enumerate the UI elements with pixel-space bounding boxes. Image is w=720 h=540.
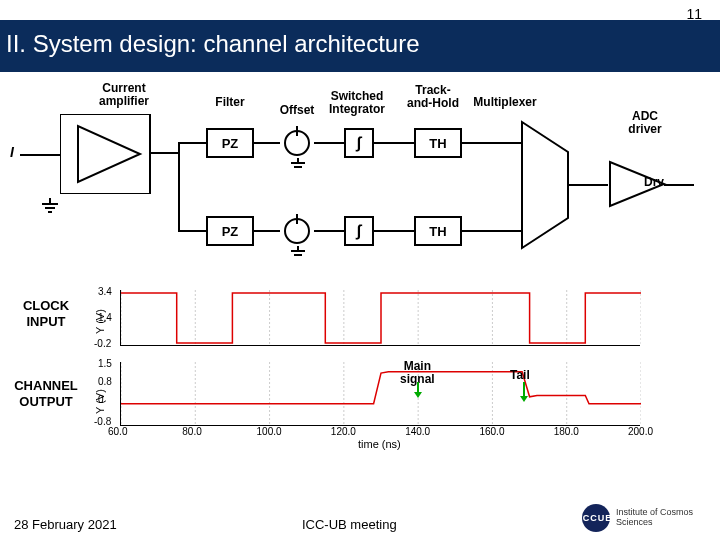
output-plot-frame	[120, 362, 640, 426]
integrator-block-bottom: ∫	[344, 216, 374, 246]
footer-date: 28 February 2021	[14, 517, 117, 532]
page-title: II. System design: channel architecture	[0, 20, 720, 72]
xtick: 100.0	[257, 426, 282, 437]
xtick: 60.0	[108, 426, 127, 437]
pz-block-top: PZ	[206, 128, 254, 158]
ytick: 0	[98, 394, 104, 405]
svg-marker-37	[520, 396, 528, 402]
xtick: 120.0	[331, 426, 356, 437]
ground-icon	[40, 198, 60, 214]
multiplexer-symbol	[520, 120, 570, 250]
ytick: 0.8	[98, 376, 112, 387]
xtick: 180.0	[554, 426, 579, 437]
input-current-label: I	[10, 145, 14, 160]
svg-marker-35	[414, 392, 422, 398]
arrow-down-icon	[518, 382, 530, 402]
label-adc-driver: ADC driver	[620, 110, 670, 136]
ytick: -0.2	[94, 338, 111, 349]
xtick: 80.0	[182, 426, 201, 437]
label-current-amplifier: Current amplifier	[84, 82, 164, 108]
clock-input-label: CLOCK INPUT	[6, 298, 86, 329]
xtick: 140.0	[405, 426, 430, 437]
label-offset: Offset	[272, 104, 322, 117]
xtick: 160.0	[479, 426, 504, 437]
clock-plot-frame	[120, 290, 640, 346]
arrow-down-icon	[412, 382, 424, 398]
ground-icon	[288, 158, 308, 172]
channel-diagram: Current amplifier Filter Offset Switched…	[10, 80, 710, 280]
xtick: 200.0	[628, 426, 653, 437]
pz-block-bottom: PZ	[206, 216, 254, 246]
footer-logo: ICCUB Institute of Cosmos Sciences	[582, 504, 706, 532]
label-filter: Filter	[205, 96, 255, 109]
logo-icon: ICCUB	[582, 504, 610, 532]
th-block-bottom: TH	[414, 216, 462, 246]
amplifier-symbol	[60, 114, 180, 194]
th-block-top: TH	[414, 128, 462, 158]
ytick: 1.4	[98, 312, 112, 323]
x-axis-label: time (ns)	[358, 438, 401, 450]
footer-meeting: ICC-UB meeting	[302, 517, 397, 532]
driver-label: Drv	[644, 176, 664, 189]
label-track-and-hold: Track- and-Hold	[398, 84, 468, 110]
svg-marker-6	[522, 122, 568, 248]
ground-icon	[288, 246, 308, 260]
footer: 28 February 2021 ICC-UB meeting ICCUB In…	[0, 504, 720, 532]
offset-summing-bottom	[280, 214, 314, 248]
slide-number: 11	[686, 6, 702, 22]
channel-output-label: CHANNEL OUTPUT	[6, 378, 86, 409]
ytick: 1.5	[98, 358, 112, 369]
waveform-plots: CLOCK INPUT CHANNEL OUTPUT Y (V) 3.4 1.4…	[90, 286, 710, 456]
label-switched-integrator: Switched Integrator	[322, 90, 392, 116]
tail-annotation: Tail	[510, 368, 530, 382]
logo-subtitle: Institute of Cosmos Sciences	[616, 508, 706, 528]
integrator-block-top: ∫	[344, 128, 374, 158]
offset-summing-top	[280, 126, 314, 160]
ytick: 3.4	[98, 286, 112, 297]
label-multiplexer: Multiplexer	[465, 96, 545, 109]
